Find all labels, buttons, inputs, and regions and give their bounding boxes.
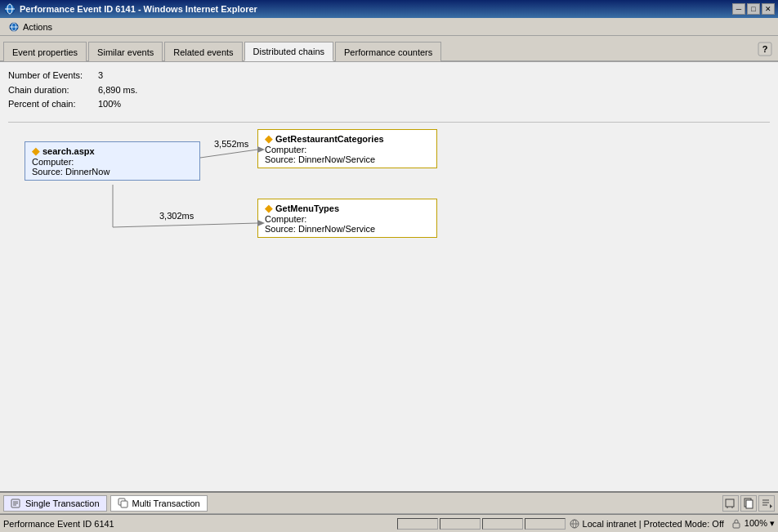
- help-icon-svg: ?: [758, 42, 772, 56]
- single-transaction-tab[interactable]: Single Transaction: [3, 495, 107, 512]
- tab-area: Event properties Similar events Related …: [0, 36, 778, 62]
- content-wrapper: Event properties Similar events Related …: [0, 36, 778, 514]
- lock-icon: [731, 518, 742, 530]
- arrow2-label: 3,302ms: [159, 211, 194, 221]
- info-section: Number of Events: 3 Chain duration: 6,89…: [8, 69, 770, 112]
- status-segments: [397, 518, 566, 530]
- svg-rect-26: [733, 523, 740, 528]
- action-icon-1[interactable]: [722, 495, 739, 512]
- bottom-tab-action-icons: [722, 495, 775, 512]
- actions-menu[interactable]: Actions: [3, 20, 57, 34]
- close-button[interactable]: ✕: [762, 3, 775, 15]
- ie-icon: [3, 2, 16, 16]
- window-title: Performance Event ID 6141 - Windows Inte…: [20, 4, 257, 14]
- info-row-percent: Percent of chain: 100%: [8, 97, 770, 112]
- tab-event-properties-label: Event properties: [12, 47, 78, 57]
- single-transaction-icon: [11, 498, 22, 509]
- arrow2-line: [113, 223, 257, 227]
- multi-transaction-tab[interactable]: Multi Transaction: [110, 495, 208, 512]
- status-seg2: [440, 518, 481, 530]
- number-of-events-value: 3: [98, 69, 103, 83]
- svg-rect-18: [746, 500, 753, 508]
- multi-transaction-label: Multi Transaction: [132, 498, 200, 508]
- tab-event-properties[interactable]: Event properties: [3, 42, 87, 61]
- svg-marker-22: [770, 504, 772, 508]
- percent-of-chain-value: 100%: [98, 97, 121, 112]
- tab-distributed-chains[interactable]: Distributed chains: [244, 42, 333, 61]
- status-seg3: [482, 518, 523, 530]
- minimize-button[interactable]: ─: [732, 3, 745, 15]
- number-of-events-label: Number of Events:: [8, 69, 98, 83]
- tab-similar-events[interactable]: Similar events: [88, 42, 163, 61]
- actions-label: Actions: [23, 22, 52, 32]
- action-icon-3[interactable]: [758, 495, 775, 512]
- zoom-dropdown[interactable]: 100% ▾: [744, 518, 775, 529]
- zone-info: Local intranet | Protected Mode: Off: [569, 518, 724, 530]
- tab-related-events[interactable]: Related events: [164, 42, 242, 61]
- percent-of-chain-label: Percent of chain:: [8, 97, 98, 112]
- title-bar-buttons: ─ □ ✕: [732, 3, 775, 15]
- separator: [8, 122, 770, 123]
- arrow1-label: 3,552ms: [214, 139, 249, 149]
- title-bar: Performance Event ID 6141 - Windows Inte…: [0, 0, 778, 18]
- single-transaction-label: Single Transaction: [25, 498, 100, 508]
- tab-similar-events-label: Similar events: [97, 47, 154, 57]
- zone-text: Local intranet | Protected Mode: Off: [583, 519, 724, 529]
- status-seg4: [525, 518, 566, 530]
- title-bar-left: Performance Event ID 6141 - Windows Inte…: [3, 2, 257, 16]
- svg-rect-13: [121, 501, 127, 507]
- arrow1-line: [200, 150, 257, 158]
- action-icon-2[interactable]: [740, 495, 757, 512]
- info-row-duration: Chain duration: 6,890 ms.: [8, 83, 770, 98]
- svg-rect-14: [726, 499, 734, 507]
- actions-icon: [8, 21, 20, 33]
- menu-bar: Actions: [0, 18, 778, 36]
- chain-diagram: ◆ search.aspx Computer: Source: DinnerNo…: [8, 129, 482, 260]
- tab-content-distributed-chains: Number of Events: 3 Chain duration: 6,89…: [0, 62, 778, 491]
- status-right: Local intranet | Protected Mode: Off 100…: [569, 518, 775, 530]
- bottom-tab-bar: Single Transaction Multi Transaction: [0, 491, 778, 514]
- zone-icon: [569, 518, 580, 530]
- status-left-text: Performance Event ID 6141: [3, 519, 397, 529]
- tab-performance-counters[interactable]: Performance counters: [335, 42, 441, 61]
- chain-duration-label: Chain duration:: [8, 83, 98, 98]
- tab-distributed-chains-label: Distributed chains: [253, 47, 324, 56]
- tab-related-events-label: Related events: [173, 47, 233, 57]
- tab-bar: Event properties Similar events Related …: [0, 36, 778, 62]
- zoom-info: 100% ▾: [731, 518, 775, 530]
- help-icon[interactable]: ?: [757, 41, 773, 57]
- app-window: Performance Event ID 6141 - Windows Inte…: [0, 0, 778, 532]
- arrow1-head: [257, 146, 265, 153]
- zoom-value: 100%: [744, 518, 767, 528]
- arrows-svg: 3,552ms 3,302ms: [8, 129, 482, 260]
- restore-button[interactable]: □: [747, 3, 760, 15]
- status-seg1: [397, 518, 438, 530]
- zoom-arrow: ▾: [770, 518, 775, 528]
- chain-duration-value: 6,890 ms.: [98, 83, 137, 98]
- arrow2-head: [257, 220, 265, 226]
- multi-transaction-icon: [118, 498, 129, 509]
- status-bar: Performance Event ID 6141 Local intranet…: [0, 514, 778, 532]
- info-row-events: Number of Events: 3: [8, 69, 770, 83]
- svg-text:?: ?: [762, 44, 768, 54]
- tab-performance-counters-label: Performance counters: [344, 47, 432, 57]
